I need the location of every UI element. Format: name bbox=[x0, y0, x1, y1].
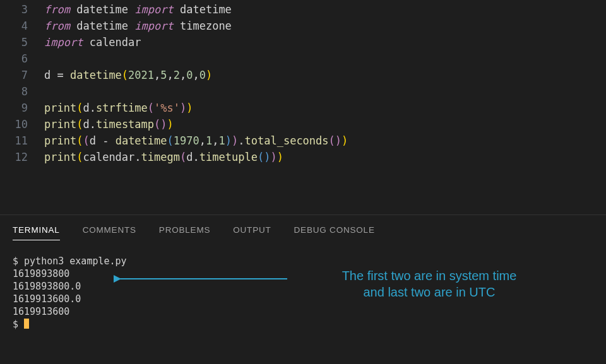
line-number: 4 bbox=[0, 18, 28, 34]
terminal-output-line: 1619913600 bbox=[13, 305, 593, 318]
terminal-command: python3 example.py bbox=[24, 255, 127, 267]
tab-problems[interactable]: PROBLEMS bbox=[159, 225, 210, 240]
line-number: 6 bbox=[0, 50, 28, 67]
tab-output[interactable]: OUTPUT bbox=[233, 225, 271, 240]
terminal-cursor-icon bbox=[24, 319, 29, 329]
line-number: 3 bbox=[0, 1, 28, 18]
prompt-glyph: $ bbox=[13, 319, 24, 330]
line-number-gutter: 3456789101112 bbox=[0, 1, 44, 214]
code-line[interactable]: d = datetime(2021,5,2,0,0) bbox=[44, 67, 606, 83]
code-line[interactable] bbox=[44, 83, 606, 100]
code-line[interactable]: from datetime import datetime bbox=[44, 1, 606, 18]
panel-tabs: TERMINAL COMMENTS PROBLEMS OUTPUT DEBUG … bbox=[13, 225, 593, 244]
bottom-panel: TERMINAL COMMENTS PROBLEMS OUTPUT DEBUG … bbox=[0, 215, 606, 337]
line-number: 7 bbox=[0, 67, 28, 83]
line-number: 12 bbox=[0, 149, 28, 165]
tab-terminal[interactable]: TERMINAL bbox=[13, 225, 60, 240]
code-line[interactable]: print(d.strftime('%s')) bbox=[44, 100, 606, 116]
code-line[interactable] bbox=[44, 50, 606, 67]
code-line[interactable]: print((d - datetime(1970,1,1)).total_sec… bbox=[44, 132, 606, 149]
prompt-glyph: $ bbox=[13, 255, 24, 267]
terminal-body[interactable]: $ python3 example.py 1619893800161989380… bbox=[13, 255, 593, 331]
line-number: 8 bbox=[0, 83, 28, 100]
annotation-arrow-icon bbox=[114, 273, 290, 285]
tab-comments[interactable]: COMMENTS bbox=[83, 225, 136, 240]
tab-debug-console[interactable]: DEBUG CONSOLE bbox=[294, 225, 375, 240]
annotation-text: The first two are in system time and las… bbox=[290, 267, 568, 300]
code-line[interactable]: print(d.timestamp()) bbox=[44, 116, 606, 132]
code-line[interactable]: import calendar bbox=[44, 34, 606, 50]
line-number: 10 bbox=[0, 116, 28, 132]
line-number: 11 bbox=[0, 132, 28, 149]
code-line[interactable]: from datetime import timezone bbox=[44, 18, 606, 34]
code-line[interactable]: print(calendar.timegm(d.timetuple())) bbox=[44, 149, 606, 165]
annotation-line-1: The first two are in system time bbox=[290, 267, 568, 284]
code-area[interactable]: from datetime import datetimefrom dateti… bbox=[44, 1, 606, 214]
line-number: 9 bbox=[0, 100, 28, 116]
terminal-prompt-line: $ bbox=[13, 318, 593, 331]
annotation-line-2: and last two are in UTC bbox=[290, 284, 568, 300]
terminal-command-line: $ python3 example.py bbox=[13, 255, 593, 267]
code-editor[interactable]: 3456789101112 from datetime import datet… bbox=[0, 0, 606, 214]
line-number: 5 bbox=[0, 34, 28, 50]
